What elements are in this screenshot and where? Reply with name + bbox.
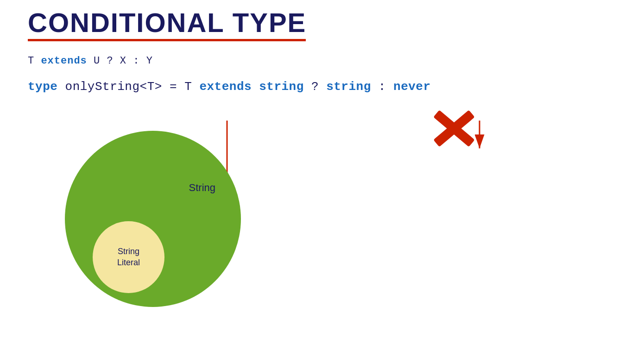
outer-circle-label: String [189,182,215,194]
type-keyword: type [28,80,57,94]
never-keyword: never [393,80,431,94]
page-container: CONDITIONAL TYPE T extends U ? X : Y typ… [0,0,644,358]
title-underline [28,39,306,41]
example-line: type onlyString<T> = T extends string ? … [28,80,616,94]
page-title: CONDITIONAL TYPE [28,9,616,36]
syntax-line: T extends U ? X : Y [28,55,616,67]
extends-keyword-1: extends [41,55,87,67]
x-mark [431,108,477,149]
extends-keyword-2: extends string [199,80,303,94]
string-keyword: string [326,80,371,94]
venn-container: String StringLiteral [56,108,250,307]
never-area [431,108,477,149]
inner-circle-label: StringLiteral [117,246,140,268]
diagram-area: String StringLiteral [28,103,616,307]
inner-circle: StringLiteral [93,221,164,293]
